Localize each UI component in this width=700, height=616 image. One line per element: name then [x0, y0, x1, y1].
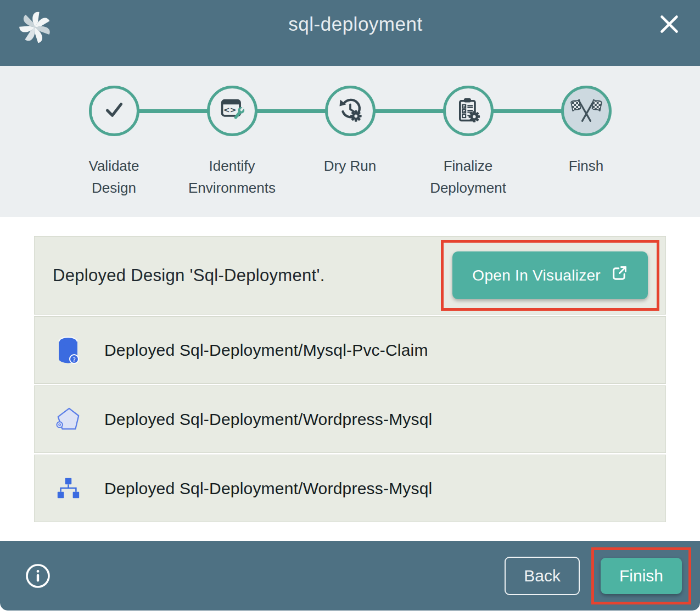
dialog-title: sql-deployment: [56, 13, 655, 35]
svg-text:?: ?: [72, 356, 76, 363]
annotation-box-finish: Finish: [591, 547, 691, 604]
dialog-footer: Back Finish: [0, 541, 700, 611]
deployed-item-row: Deployed Sql-Deployment/Wordpress-Mysql: [34, 385, 666, 453]
info-icon[interactable]: [25, 563, 51, 589]
clipboard-gear-icon: [454, 96, 483, 126]
svg-text:<>: <>: [223, 105, 236, 114]
deployment-wizard-dialog: sql-deployment Validate Design: [0, 0, 700, 611]
annotation-box-visualizer: Open In Visualizer: [441, 240, 659, 311]
back-button[interactable]: Back: [505, 557, 580, 595]
open-in-visualizer-button[interactable]: Open In Visualizer: [452, 251, 648, 299]
step-finish: Finsh: [527, 66, 645, 199]
external-link-icon: [611, 265, 628, 286]
step-identify-environments: <> Identify Environments: [173, 66, 291, 199]
step-dry-run: Dry Run: [291, 66, 409, 199]
open-in-visualizer-label: Open In Visualizer: [472, 267, 601, 284]
deployed-item-row: Deployed Sql-Deployment/Wordpress-Mysql: [34, 455, 666, 522]
deployed-item-text: Deployed Sql-Deployment/Mysql-Pvc-Claim: [104, 341, 428, 360]
database-icon: ?: [54, 335, 82, 365]
step-validate-design: Validate Design: [55, 66, 173, 199]
deployed-design-text: Deployed Design 'Sql-Deployment'.: [53, 266, 325, 285]
meshery-logo-icon: [14, 8, 56, 49]
step-label: Dry Run: [301, 155, 400, 177]
step-circle-validate-design[interactable]: [89, 86, 139, 136]
deployed-item-row: ? Deployed Sql-Deployment/Mysql-Pvc-Clai…: [34, 316, 666, 384]
step-label: Finsh: [537, 155, 636, 177]
hierarchy-icon: [54, 475, 82, 502]
history-gear-icon: [336, 96, 365, 126]
step-finalize-deployment: Finalize Deployment: [409, 66, 527, 199]
summary-row: Deployed Design 'Sql-Deployment'. Open I…: [34, 236, 666, 315]
step-circle-finalize-deployment[interactable]: [443, 86, 494, 136]
deployed-item-text: Deployed Sql-Deployment/Wordpress-Mysql: [104, 479, 432, 498]
pentagon-icon: [54, 406, 82, 433]
check-icon: [100, 96, 128, 126]
step-label: Validate Design: [65, 155, 164, 199]
step-label: Finalize Deployment: [419, 155, 518, 199]
racing-flags-icon: [570, 96, 603, 126]
finish-button[interactable]: Finish: [601, 558, 682, 594]
code-wrench-icon: <>: [218, 96, 247, 126]
step-circle-dry-run[interactable]: [325, 86, 376, 136]
deployed-item-text: Deployed Sql-Deployment/Wordpress-Mysql: [104, 410, 432, 429]
step-circle-identify-environments[interactable]: <>: [207, 86, 257, 136]
deployment-results: Deployed Design 'Sql-Deployment'. Open I…: [0, 217, 700, 541]
step-label: Identify Environments: [183, 155, 282, 199]
dialog-header: sql-deployment: [0, 0, 700, 66]
wizard-stepper: Validate Design <>: [0, 66, 700, 217]
close-icon[interactable]: [655, 10, 684, 38]
step-circle-finish[interactable]: [561, 86, 612, 136]
